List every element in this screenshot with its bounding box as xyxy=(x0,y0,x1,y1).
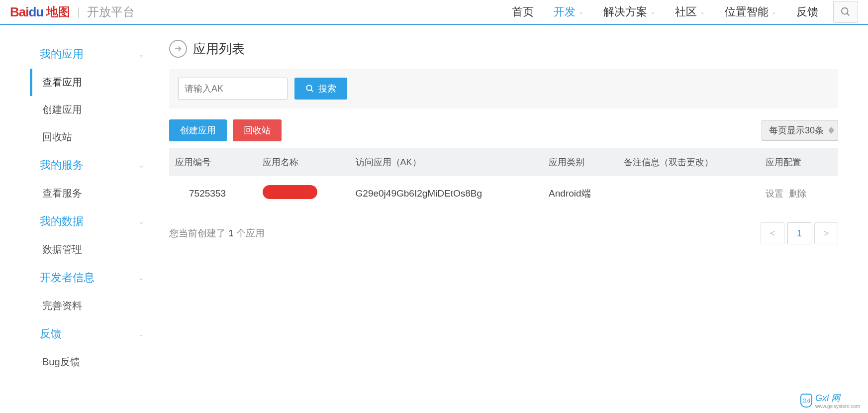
logo-sub: 地图 xyxy=(46,4,70,20)
platform-title: 开放平台 xyxy=(87,4,135,20)
chevron-down-icon: ⌄ xyxy=(700,8,705,15)
main-content: 应用列表 搜索 创建应用 回收站 每页显示30条 应用编号应用名称访问应用（AK… xyxy=(154,40,838,376)
page-title-row: 应用列表 xyxy=(169,40,838,58)
top-nav: 首页开发⌄解决方案⌄社区⌄位置智能⌄反馈 xyxy=(512,4,833,19)
search-icon xyxy=(305,84,314,93)
sidebar-item[interactable]: 数据管理 xyxy=(30,236,154,263)
chevron-down-icon: ⌄ xyxy=(138,217,144,225)
sidebar-item[interactable]: 回收站 xyxy=(30,123,154,151)
cell-id: 7525353 xyxy=(169,176,257,210)
action-row: 创建应用 回收站 每页显示30条 xyxy=(169,119,838,141)
table-header: 应用编号 xyxy=(169,148,257,176)
cell-ak: G29e0j49Gb6I2gMiDEtOs8Bg xyxy=(350,176,543,210)
chevron-down-icon: ⌄ xyxy=(579,8,583,15)
page-current-button[interactable]: 1 xyxy=(787,222,811,244)
nav-item[interactable]: 社区⌄ xyxy=(675,4,705,19)
app-table: 应用编号应用名称访问应用（AK）应用类别备注信息（双击更改）应用配置 75253… xyxy=(169,148,838,210)
svg-point-3 xyxy=(306,85,312,91)
table-header: 应用配置 xyxy=(760,148,838,176)
chevron-down-icon: ⌄ xyxy=(138,50,144,58)
search-bar: 搜索 xyxy=(169,69,838,108)
sidebar-item[interactable]: 查看服务 xyxy=(30,180,154,207)
cell-name xyxy=(257,176,350,210)
cell-type: Android端 xyxy=(543,176,618,210)
pagination: < 1 > xyxy=(761,222,838,244)
sidebar-section-title[interactable]: 开发者信息⌄ xyxy=(30,263,154,292)
chevron-down-icon: ⌄ xyxy=(650,8,655,15)
logo-bai: Bai xyxy=(10,4,28,19)
page-size-select[interactable]: 每页显示30条 xyxy=(762,120,838,141)
chevron-down-icon: ⌄ xyxy=(138,161,144,169)
table-header: 访问应用（AK） xyxy=(350,148,543,176)
svg-line-4 xyxy=(311,90,313,92)
top-header: Baidu 地图 | 开放平台 首页开发⌄解决方案⌄社区⌄位置智能⌄反馈 xyxy=(0,0,868,25)
cell-note[interactable] xyxy=(618,176,760,210)
nav-item[interactable]: 位置智能⌄ xyxy=(725,4,776,19)
sidebar: 我的应用⌄查看应用创建应用回收站我的服务⌄查看服务我的数据⌄数据管理开发者信息⌄… xyxy=(30,40,154,376)
table-footer: 您当前创建了 1 个应用 < 1 > xyxy=(169,222,838,244)
chevron-down-icon: ⌄ xyxy=(138,274,144,282)
logo[interactable]: Baidu 地图 | 开放平台 xyxy=(10,4,135,20)
redacted-name xyxy=(263,185,317,199)
chevron-down-icon: ⌄ xyxy=(772,8,776,15)
row-action-delete[interactable]: 删除 xyxy=(789,189,807,199)
nav-item[interactable]: 反馈 xyxy=(796,4,818,19)
sidebar-item[interactable]: 创建应用 xyxy=(30,96,154,123)
nav-item[interactable]: 首页 xyxy=(512,4,534,19)
ak-input[interactable] xyxy=(178,78,288,100)
count-text: 您当前创建了 1 个应用 xyxy=(169,227,265,240)
table-row: 7525353G29e0j49Gb6I2gMiDEtOs8BgAndroid端设… xyxy=(169,176,838,210)
sidebar-section-title[interactable]: 反馈⌄ xyxy=(30,319,154,348)
row-action-settings[interactable]: 设置 xyxy=(766,189,783,199)
sidebar-section-title[interactable]: 我的服务⌄ xyxy=(30,151,154,180)
recycle-button[interactable]: 回收站 xyxy=(233,119,282,141)
sidebar-item[interactable]: 完善资料 xyxy=(30,292,154,319)
search-button[interactable]: 搜索 xyxy=(294,78,347,100)
logo-divider: | xyxy=(77,5,80,18)
table-header: 应用名称 xyxy=(257,148,350,176)
sidebar-section-title[interactable]: 我的数据⌄ xyxy=(30,207,154,236)
logo-du: du xyxy=(28,4,43,19)
create-app-button[interactable]: 创建应用 xyxy=(169,119,227,141)
chevron-down-icon: ⌄ xyxy=(138,330,144,338)
page-prev-button[interactable]: < xyxy=(761,222,784,244)
sidebar-section-title[interactable]: 我的应用⌄ xyxy=(30,40,154,69)
page-title: 应用列表 xyxy=(193,40,245,58)
sidebar-item[interactable]: 查看应用 xyxy=(30,69,154,96)
svg-point-0 xyxy=(842,8,848,14)
nav-item[interactable]: 开发⌄ xyxy=(554,4,583,19)
table-header: 应用类别 xyxy=(543,148,618,176)
cell-actions: 设置 删除 xyxy=(760,176,838,210)
arrow-right-circle-icon xyxy=(169,40,187,58)
table-header: 备注信息（双击更改） xyxy=(618,148,760,176)
search-button-label: 搜索 xyxy=(318,83,336,95)
nav-item[interactable]: 解决方案⌄ xyxy=(603,4,655,19)
svg-line-1 xyxy=(847,13,850,16)
search-icon-button[interactable] xyxy=(833,1,858,23)
search-icon xyxy=(840,6,851,17)
sidebar-item[interactable]: Bug反馈 xyxy=(30,348,154,376)
page-next-button[interactable]: > xyxy=(814,222,838,244)
